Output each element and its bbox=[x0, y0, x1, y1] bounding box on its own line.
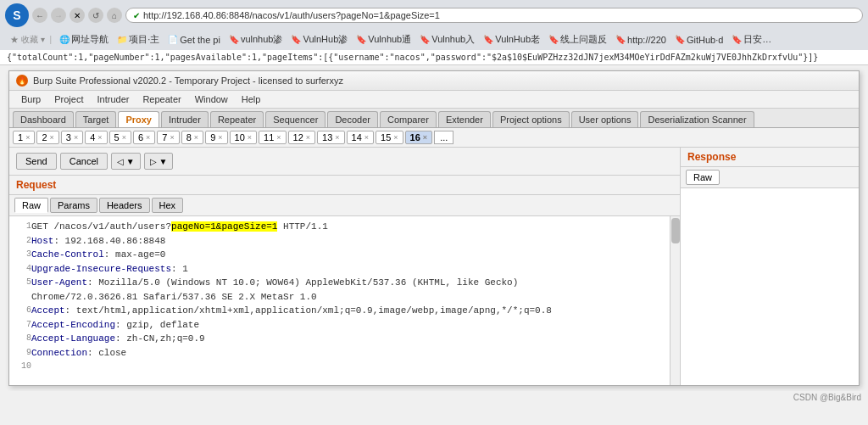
bookmark-vulnhub2[interactable]: 🔖 VulnHub渗 bbox=[288, 32, 350, 47]
bookmark-vulnhub1[interactable]: 🔖 vulnhub渗 bbox=[226, 32, 286, 47]
req-tab-hex[interactable]: Hex bbox=[152, 198, 184, 213]
line-num: 9 bbox=[14, 346, 31, 361]
line-content: Host: 192.168.40.86:8848 bbox=[31, 234, 675, 249]
response-sub-tabs: Raw bbox=[681, 167, 859, 188]
req-tab-params[interactable]: Params bbox=[50, 198, 97, 213]
num-tab-14[interactable]: 14 × bbox=[347, 131, 375, 144]
bookmark-project[interactable]: 📁 项目·主 bbox=[114, 32, 162, 47]
nav-prev-button[interactable]: ◁ ▼ bbox=[111, 153, 141, 170]
bookmark-daily[interactable]: 🔖 日安… bbox=[729, 32, 774, 47]
bookmark-vulnhub4[interactable]: 🔖 Vulnhub入 bbox=[417, 32, 477, 47]
tab-repeater[interactable]: Repeater bbox=[210, 111, 264, 127]
close-button[interactable]: ✕ bbox=[70, 8, 85, 23]
num-tab-9[interactable]: 9 × bbox=[205, 131, 227, 144]
request-body: 1 GET /nacos/v1/auth/users?pageNo=1&page… bbox=[9, 216, 680, 385]
num-tab-12[interactable]: 12 × bbox=[288, 131, 316, 144]
bookmark-vulnhub5[interactable]: 🔖 VulnHub老 bbox=[481, 32, 542, 47]
back-button[interactable]: ← bbox=[32, 8, 47, 23]
menu-burp[interactable]: Burp bbox=[14, 92, 47, 106]
num-tabs: 1 × 2 × 3 × 4 × 5 × 6 × 7 × 8 × 9 × 10 ×… bbox=[9, 128, 859, 148]
address-bar[interactable]: ✔ http://192.168.40.86:8848/nacos/v1/aut… bbox=[125, 8, 863, 23]
refresh-button[interactable]: ↺ bbox=[88, 8, 103, 23]
tab-sequencer[interactable]: Sequencer bbox=[265, 111, 326, 127]
table-row: 8 Accept-Language: zh-CN,zh;q=0.9 bbox=[14, 332, 675, 346]
request-header: Request bbox=[9, 176, 680, 195]
address-text: http://192.168.40.86:8848/nacos/v1/auth/… bbox=[143, 10, 440, 20]
send-button[interactable]: Send bbox=[16, 153, 57, 170]
scrollbar[interactable] bbox=[670, 216, 680, 385]
tab-extender[interactable]: Extender bbox=[438, 111, 491, 127]
num-tab-4[interactable]: 4 × bbox=[85, 131, 107, 144]
scrollbar-thumb bbox=[671, 218, 680, 243]
nav-next-button[interactable]: ▷ ▼ bbox=[144, 153, 174, 170]
num-tab-10[interactable]: 10 × bbox=[230, 131, 258, 144]
tab-intruder[interactable]: Intruder bbox=[161, 111, 209, 127]
left-panel: Send Cancel ◁ ▼ ▷ ▼ Request Raw Params H… bbox=[9, 148, 681, 385]
line-content: Cache-Control: max-age=0 bbox=[31, 248, 675, 262]
tab-decoder[interactable]: Decoder bbox=[327, 111, 378, 127]
table-row: 4 Upgrade-Insecure-Requests: 1 bbox=[14, 262, 675, 277]
table-row: 10 bbox=[14, 360, 675, 372]
num-tab-8[interactable]: 8 × bbox=[181, 131, 203, 144]
table-row: 7 Accept-Encoding: gzip, deflate bbox=[14, 318, 675, 333]
num-tab-3[interactable]: 3 × bbox=[61, 131, 83, 144]
bookmark-navigation[interactable]: 🌐 网址导航 bbox=[57, 32, 111, 47]
table-row: 9 Connection: close bbox=[14, 346, 675, 361]
forward-button[interactable]: → bbox=[51, 8, 66, 23]
tab-comparer[interactable]: Comparer bbox=[380, 111, 437, 127]
num-tab-13[interactable]: 13 × bbox=[317, 131, 345, 144]
request-section: Request Raw Params Headers Hex 1 GET /na… bbox=[9, 176, 680, 385]
menu-intruder[interactable]: Intruder bbox=[91, 92, 136, 106]
page-footer: CSDN @Big&Bird bbox=[0, 391, 868, 404]
bookmark-issues[interactable]: 🔖 线上问题反 bbox=[546, 32, 609, 47]
table-row: Chrome/72.0.3626.81 Safari/537.36 SE 2.X… bbox=[14, 290, 675, 305]
burp-title-bar: 🔥 Burp Suite Professional v2020.2 - Temp… bbox=[9, 71, 859, 91]
num-tab-more[interactable]: ... bbox=[434, 131, 453, 144]
line-content bbox=[31, 360, 675, 372]
tab-user-options[interactable]: User options bbox=[571, 111, 639, 127]
num-tab-1[interactable]: 1 × bbox=[13, 131, 35, 144]
burp-main-tabs: Dashboard Target Proxy Intruder Repeater… bbox=[9, 109, 859, 128]
request-body-inner: 1 GET /nacos/v1/auth/users?pageNo=1&page… bbox=[9, 216, 680, 376]
response-label: Response bbox=[687, 151, 736, 163]
bookmark-github[interactable]: 🔖 GitHub·d bbox=[672, 34, 726, 46]
cancel-button[interactable]: Cancel bbox=[60, 153, 108, 170]
menu-project[interactable]: Project bbox=[47, 92, 90, 106]
num-tab-7[interactable]: 7 × bbox=[157, 131, 179, 144]
req-tab-headers[interactable]: Headers bbox=[99, 198, 150, 213]
bookmark-vulnhub3[interactable]: 🔖 Vulnhub通 bbox=[353, 32, 414, 47]
bookmark-http220[interactable]: 🔖 http://220 bbox=[613, 34, 669, 46]
menu-window[interactable]: Window bbox=[188, 92, 235, 106]
line-num: 5 bbox=[14, 276, 31, 290]
bookmarks-bar: ★ 收藏 ▾ | 🌐 网址导航 📁 项目·主 📄 Get the pi 🔖 vu… bbox=[5, 31, 863, 50]
bookmark-getpi[interactable]: 📄 Get the pi bbox=[165, 34, 223, 46]
line-content: GET /nacos/v1/auth/users?pageNo=1&pageSi… bbox=[31, 220, 675, 234]
line-content: Accept-Language: zh-CN,zh;q=0.9 bbox=[31, 332, 675, 346]
tab-proxy[interactable]: Proxy bbox=[118, 111, 159, 128]
tab-target[interactable]: Target bbox=[75, 111, 117, 127]
resp-tab-raw[interactable]: Raw bbox=[686, 170, 720, 185]
table-row: 3 Cache-Control: max-age=0 bbox=[14, 248, 675, 262]
num-tab-5[interactable]: 5 × bbox=[109, 131, 131, 144]
num-tab-2[interactable]: 2 × bbox=[36, 131, 58, 144]
burp-logo: 🔥 bbox=[16, 75, 28, 87]
menu-help[interactable]: Help bbox=[235, 92, 268, 106]
line-content: Chrome/72.0.3626.81 Safari/537.36 SE 2.X… bbox=[31, 290, 675, 305]
line-num bbox=[14, 290, 31, 305]
req-tab-raw[interactable]: Raw bbox=[14, 198, 48, 213]
num-tab-11[interactable]: 11 × bbox=[259, 131, 287, 144]
line-num: 4 bbox=[14, 262, 31, 277]
tab-deserialization-scanner[interactable]: Deserialization Scanner bbox=[640, 111, 754, 127]
json-response-bar: {"totalCount":1,"pageNumber":1,"pagesAva… bbox=[0, 50, 868, 65]
num-tab-15[interactable]: 15 × bbox=[376, 131, 403, 144]
secure-icon: ✔ bbox=[133, 11, 140, 20]
num-tab-16[interactable]: 16 × bbox=[405, 131, 433, 144]
line-content: User-Agent: Mozilla/5.0 (Windows NT 10.0… bbox=[31, 276, 675, 290]
home-button[interactable]: ⌂ bbox=[107, 8, 122, 23]
menu-repeater[interactable]: Repeater bbox=[136, 92, 187, 106]
table-row: 5 User-Agent: Mozilla/5.0 (Windows NT 10… bbox=[14, 276, 675, 290]
tab-dashboard[interactable]: Dashboard bbox=[13, 111, 74, 127]
tab-project-options[interactable]: Project options bbox=[492, 111, 570, 127]
line-num: 1 bbox=[14, 220, 31, 234]
num-tab-6[interactable]: 6 × bbox=[133, 131, 155, 144]
